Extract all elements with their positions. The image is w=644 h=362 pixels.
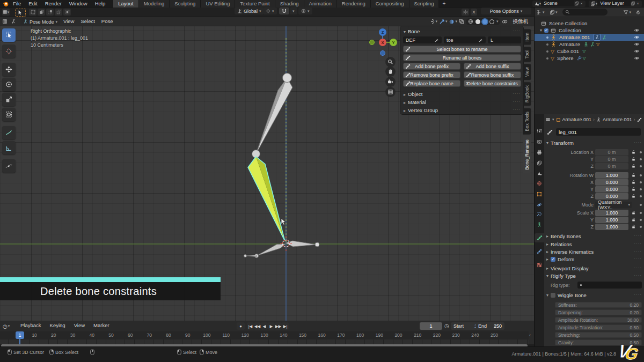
location-y-field[interactable]: 0 m bbox=[595, 156, 628, 162]
tool-pose-breakdowner-button[interactable] bbox=[2, 159, 16, 173]
tab-bone[interactable] bbox=[535, 233, 544, 242]
snap-toggle[interactable] bbox=[279, 8, 289, 14]
topbar-menu-item[interactable]: Render bbox=[41, 0, 65, 7]
amplitude-translation-slider[interactable]: Amplitude Translation:0.50 bbox=[555, 324, 642, 330]
bone-name-field[interactable]: leg_001 bbox=[556, 128, 641, 136]
editor-type-button[interactable]: ▾ bbox=[2, 9, 10, 16]
show-gizmo-dropdown[interactable]: ▾ bbox=[429, 18, 437, 25]
sidebar-tab[interactable]: View bbox=[523, 64, 531, 80]
topbar-menu-item[interactable]: Edit bbox=[25, 0, 41, 7]
vertex-group-panel-header[interactable]: ▸Vertex Group bbox=[404, 107, 438, 113]
orthographic-toggle-button[interactable] bbox=[385, 87, 396, 97]
timeline-ruler[interactable]: 1102030405060708090100110120130140150160… bbox=[0, 331, 529, 339]
active-tool-indicator[interactable] bbox=[15, 9, 26, 17]
tool-annotate-button[interactable] bbox=[2, 126, 16, 139]
animate-dot[interactable] bbox=[640, 219, 642, 221]
wiggle-bone-checkbox[interactable] bbox=[551, 293, 555, 298]
play-reverse-button[interactable]: ◀ bbox=[261, 322, 268, 330]
sidebar-tab[interactable]: Bone_Rename bbox=[523, 136, 531, 173]
close-icon[interactable]: × bbox=[635, 1, 640, 6]
tab-scene[interactable] bbox=[535, 168, 544, 178]
shading-solid-button[interactable] bbox=[475, 19, 480, 24]
scale-x-field[interactable]: 1.000 bbox=[595, 210, 628, 216]
tool-measure-button[interactable] bbox=[2, 141, 16, 154]
timeline-menu-item[interactable]: Keying bbox=[46, 321, 70, 330]
unlink-icon[interactable]: × bbox=[579, 1, 584, 6]
tool-scale-button[interactable] bbox=[2, 93, 16, 106]
panel-grip[interactable]: ···· bbox=[513, 28, 521, 33]
panel-grip[interactable]: ···· bbox=[513, 91, 521, 96]
shading-material-button[interactable] bbox=[482, 19, 487, 24]
animate-dot[interactable] bbox=[640, 158, 642, 160]
collapse-arrow-icon[interactable]: ‹ bbox=[529, 333, 531, 338]
add-bone-suffix-button[interactable]: Add bone suffix bbox=[464, 63, 521, 70]
rotation-mode-dropdown[interactable]: Quaternion (WXY.. bbox=[595, 202, 632, 208]
copy-icon[interactable] bbox=[574, 1, 579, 6]
pivot-point-dropdown[interactable]: ▾ bbox=[263, 8, 277, 14]
panel-grip[interactable]: ···· bbox=[513, 99, 521, 104]
workspace-tab[interactable]: Sculpting bbox=[170, 0, 201, 8]
animate-dot[interactable] bbox=[640, 226, 642, 228]
lock-icon[interactable] bbox=[631, 150, 636, 154]
zoom-button[interactable] bbox=[385, 57, 396, 67]
rotation-w-field[interactable]: 1.000 bbox=[595, 172, 628, 179]
sidebar-tab[interactable]: Tool bbox=[523, 47, 531, 62]
view-layer-selector[interactable]: ▾ View Layer × bbox=[589, 1, 642, 7]
tab-view-layer[interactable] bbox=[535, 158, 544, 167]
lock-icon[interactable] bbox=[631, 180, 636, 184]
workspace-tab[interactable]: Compositing bbox=[371, 0, 409, 8]
add-bone-prefix-button[interactable]: Add bone prefix bbox=[403, 63, 460, 70]
stretching-slider[interactable]: Stretching:0.50 bbox=[555, 332, 642, 338]
tab-output[interactable] bbox=[535, 147, 544, 157]
deform-panel-header[interactable]: ▸✓Deform bbox=[546, 256, 574, 262]
tool-transform-button[interactable] bbox=[2, 108, 16, 121]
overlays-toggle[interactable]: ▾ bbox=[449, 18, 457, 25]
tool-move-button[interactable] bbox=[2, 63, 16, 76]
mirror-axis-label[interactable]: X bbox=[471, 9, 477, 16]
scale-y-field[interactable]: 1.000 bbox=[595, 217, 628, 223]
select-mode-new-button[interactable] bbox=[29, 9, 36, 16]
tab-texture[interactable] bbox=[535, 260, 544, 269]
viewport-menu-item[interactable]: Select bbox=[77, 17, 98, 26]
tab-tool[interactable] bbox=[535, 126, 544, 135]
play-button[interactable]: ▶ bbox=[268, 322, 275, 330]
find-field[interactable]: toe bbox=[444, 36, 486, 43]
select-bones-to-rename-button[interactable]: Select bones to rename bbox=[403, 46, 521, 53]
shading-rendered-button[interactable] bbox=[489, 19, 494, 24]
object-panel-header[interactable]: ▸Object bbox=[404, 91, 422, 97]
scene-name[interactable]: Scene bbox=[541, 1, 574, 6]
scale-z-field[interactable]: 1.000 bbox=[595, 224, 628, 230]
lock-icon[interactable] bbox=[631, 194, 636, 198]
tab-object-data[interactable] bbox=[535, 220, 544, 229]
eye-icon[interactable] bbox=[634, 41, 640, 47]
view-layer-name[interactable]: View Layer bbox=[597, 1, 631, 6]
rotation-y-field[interactable]: 0.000 bbox=[595, 186, 628, 193]
end-frame-field[interactable]: End250 bbox=[475, 322, 504, 330]
tool-select-box-button[interactable] bbox=[2, 28, 16, 42]
mirror-x-icon[interactable] bbox=[462, 9, 469, 16]
animate-dot[interactable] bbox=[640, 165, 642, 167]
eye-icon[interactable] bbox=[634, 48, 640, 54]
transform-orientation-dropdown[interactable]: Global ▾ bbox=[235, 8, 264, 14]
jump-to-end-button[interactable]: ▶| bbox=[282, 322, 289, 330]
sidebar-tab[interactable]: RigBook bbox=[523, 82, 531, 106]
lock-icon[interactable] bbox=[631, 173, 636, 178]
dampening-slider[interactable]: Dampening:0.20 bbox=[555, 309, 642, 315]
lock-icon[interactable] bbox=[631, 164, 636, 168]
suffix-field[interactable]: L bbox=[488, 36, 521, 43]
bone-panel-header[interactable]: ▾Bone bbox=[404, 28, 420, 34]
copy-icon[interactable] bbox=[631, 1, 635, 6]
outliner-filter-dropdown[interactable]: ▾ bbox=[550, 9, 558, 16]
eye-icon[interactable] bbox=[634, 34, 640, 40]
outliner-row-armature[interactable]: Armature ▽ bbox=[535, 41, 644, 48]
prefix-field[interactable]: DEF bbox=[403, 36, 442, 43]
snap-settings-dropdown[interactable]: ▾ bbox=[290, 8, 297, 14]
editor-type-icon[interactable] bbox=[545, 117, 551, 122]
rig-type-field[interactable] bbox=[577, 282, 642, 289]
workspace-tab[interactable]: Shading bbox=[275, 0, 304, 8]
eyedropper-icon[interactable] bbox=[434, 38, 439, 42]
pan-button[interactable] bbox=[385, 67, 396, 77]
proportional-edit-dropdown[interactable]: ▾ bbox=[298, 8, 312, 14]
breadcrumb-data[interactable]: Armature.001 bbox=[603, 117, 632, 122]
timeline-editor-type-icon[interactable]: ◷▾ bbox=[3, 323, 10, 329]
